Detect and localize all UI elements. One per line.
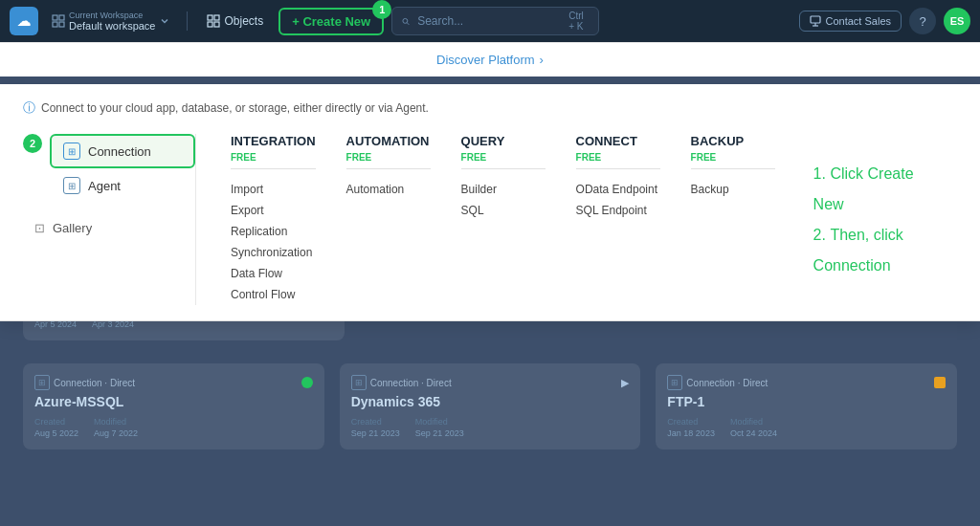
- workspace-icon: [52, 14, 65, 28]
- svg-rect-6: [208, 22, 212, 27]
- step-1-badge: 1: [372, 0, 391, 19]
- gallery-icon: ⊡: [34, 221, 45, 235]
- info-bar: ⓘ Connect to your cloud app, database, o…: [23, 99, 957, 117]
- backup-item[interactable]: Backup: [691, 179, 775, 200]
- instruction-1: Click Create New: [813, 159, 934, 220]
- export-item[interactable]: Export: [231, 200, 316, 221]
- monitor-icon: [810, 15, 821, 27]
- workspace-selector[interactable]: Current Workspace Default workspace: [46, 7, 175, 35]
- instruction-2: Then, click Connection: [813, 220, 934, 281]
- backup-title: BACKUP: [691, 134, 775, 148]
- status-indicator-green: [301, 377, 313, 388]
- control-flow-item[interactable]: Control Flow: [231, 284, 316, 305]
- app-logo[interactable]: ☁: [10, 7, 38, 35]
- connection-item-icon: ⊞: [63, 142, 80, 160]
- card-name-dynamics: Dynamics 365: [351, 394, 630, 409]
- svg-rect-1: [59, 15, 64, 20]
- card-type-label-2: Connection · Direct: [54, 378, 135, 388]
- agent-item[interactable]: ⊞ Agent: [50, 168, 195, 203]
- discover-platform-link[interactable]: Discover Platform ›: [436, 53, 544, 67]
- integration-sub: FREE: [231, 152, 316, 169]
- search-shortcut: Ctrl + K: [568, 11, 589, 32]
- odata-endpoint-item[interactable]: OData Endpoint: [576, 179, 660, 200]
- discover-label: Discover Platform: [436, 53, 535, 67]
- workspace-name: Default workspace: [69, 20, 156, 32]
- replication-item[interactable]: Replication: [231, 221, 316, 242]
- card-name-ftp: FTP-1: [667, 394, 946, 409]
- connection-icon-3: ⊞: [351, 375, 367, 390]
- svg-line-9: [407, 22, 409, 24]
- agent-item-icon: ⊞: [63, 177, 80, 194]
- contact-sales-button[interactable]: Contact Sales: [799, 11, 902, 32]
- agent-label: Agent: [88, 179, 121, 193]
- instructions-list: Click Create New Then, click Connection: [813, 159, 934, 281]
- automation-title: AUTOMATION: [346, 134, 431, 148]
- workspace-label: Current Workspace: [69, 11, 156, 20]
- create-new-dropdown: ⓘ Connect to your cloud app, database, o…: [0, 42, 980, 77]
- svg-rect-4: [208, 15, 212, 20]
- gallery-item[interactable]: ⊡ Gallery: [23, 214, 195, 242]
- info-icon: ⓘ: [23, 99, 35, 117]
- create-new-label: + Create New: [292, 14, 370, 29]
- step-2-badge: 2: [23, 134, 42, 153]
- synchronization-item[interactable]: Synchronization: [231, 242, 316, 263]
- svg-rect-0: [53, 15, 57, 20]
- integration-column: INTEGRATION FREE Import Export Replicati…: [215, 134, 331, 305]
- sql-endpoint-item[interactable]: SQL Endpoint: [576, 200, 660, 221]
- gallery-label: Gallery: [53, 221, 92, 235]
- import-item[interactable]: Import: [231, 179, 316, 200]
- grid-icon: [207, 14, 220, 28]
- automation-column: AUTOMATION FREE Automation: [331, 134, 446, 305]
- top-navigation: ☁ Current Workspace Default workspace Ob…: [0, 0, 980, 42]
- connection-item[interactable]: ⊞ Connection: [50, 134, 195, 168]
- dropdown-panel: ⓘ Connect to your cloud app, database, o…: [0, 84, 980, 321]
- connection-icon-4: ⊞: [667, 375, 682, 390]
- objects-label: Objects: [225, 14, 264, 28]
- connect-title: CONNECT: [576, 134, 660, 148]
- query-sub: FREE: [461, 152, 546, 169]
- status-indicator-orange: [934, 377, 946, 388]
- contact-sales-label: Contact Sales: [826, 15, 891, 27]
- card-ftp1[interactable]: ⊞ Connection · Direct FTP-1 Created Jan …: [656, 363, 957, 449]
- search-input[interactable]: [417, 14, 561, 28]
- arrow-icon: ▶: [621, 377, 629, 389]
- left-panel: 2 ⊞ Connection ⊞ Agent: [23, 134, 195, 305]
- svg-point-8: [403, 18, 408, 23]
- menu-columns: INTEGRATION FREE Import Export Replicati…: [195, 134, 957, 305]
- chevron-down-icon: [160, 16, 169, 26]
- create-new-button[interactable]: + Create New 1: [278, 8, 384, 35]
- card-type-label-4: Connection · Direct: [686, 378, 768, 388]
- svg-rect-5: [214, 15, 219, 20]
- connection-icon-2: ⊞: [34, 375, 50, 390]
- svg-rect-2: [53, 22, 57, 27]
- integration-title: INTEGRATION: [231, 134, 316, 148]
- connect-sub: FREE: [576, 152, 660, 169]
- help-button[interactable]: ?: [909, 8, 936, 34]
- automation-item[interactable]: Automation: [346, 179, 431, 200]
- user-avatar[interactable]: ES: [944, 8, 970, 34]
- discover-bar: Discover Platform ›: [0, 42, 980, 77]
- backup-column: BACKUP FREE Backup: [676, 134, 791, 305]
- instructions-box: Click Create New Then, click Connection: [791, 134, 957, 305]
- data-flow-item[interactable]: Data Flow: [231, 263, 316, 284]
- card-type-label-3: Connection · Direct: [370, 378, 452, 388]
- card-dynamics365[interactable]: ⊞ Connection · Direct ▶ Dynamics 365 Cre…: [340, 363, 641, 449]
- discover-arrow-icon: ›: [540, 53, 544, 67]
- builder-item[interactable]: Builder: [461, 179, 546, 200]
- search-icon: [402, 15, 410, 28]
- search-bar[interactable]: Ctrl + K: [391, 7, 599, 35]
- query-title: QUERY: [461, 134, 546, 148]
- help-icon: ?: [919, 14, 925, 29]
- dropdown-body: 2 ⊞ Connection ⊞ Agent: [23, 134, 957, 305]
- dropdown-panel-inner: ⓘ Connect to your cloud app, database, o…: [0, 42, 980, 77]
- automation-sub: FREE: [346, 152, 431, 169]
- card-name-azure: Azure-MSSQL: [34, 394, 313, 409]
- backup-sub: FREE: [691, 152, 775, 169]
- connect-column: CONNECT FREE OData Endpoint SQL Endpoint: [561, 134, 676, 305]
- connection-label: Connection: [88, 144, 151, 159]
- objects-nav-item[interactable]: Objects: [199, 11, 272, 32]
- svg-rect-3: [59, 22, 64, 27]
- nav-divider-1: [187, 11, 188, 31]
- sql-item[interactable]: SQL: [461, 200, 546, 221]
- card-azure-mssql[interactable]: ⊞ Connection · Direct Azure-MSSQL Create…: [23, 363, 324, 449]
